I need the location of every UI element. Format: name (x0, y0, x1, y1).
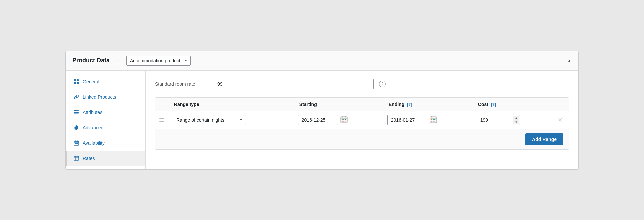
standard-room-rate-input[interactable] (214, 79, 374, 89)
cost-cell: ▲ ▼ (473, 111, 552, 129)
sidebar-item-availability[interactable]: Availability (66, 135, 145, 151)
range-type-cell: Range of certain nightsRange of datesSpe… (169, 111, 294, 129)
svg-rect-6 (74, 113, 79, 114)
title-dash: — (115, 57, 121, 64)
panel-title: Product Data (72, 57, 110, 64)
sidebar-label-linked-products: Linked Products (83, 94, 116, 100)
svg-rect-4 (74, 110, 79, 111)
col-cost: Cost [?] (473, 98, 552, 111)
cost-help-badge[interactable]: [?] (491, 102, 496, 107)
svg-rect-22 (434, 119, 435, 120)
svg-rect-11 (74, 156, 79, 160)
collapse-icon[interactable]: ▲ (567, 58, 572, 63)
svg-rect-10 (77, 143, 78, 144)
svg-rect-20 (431, 119, 432, 120)
grid-icon (73, 79, 79, 85)
panel-header: Product Data — Accommodation product ▲ (66, 51, 578, 71)
svg-rect-14 (343, 119, 344, 120)
sidebar-label-availability: Availability (83, 140, 105, 146)
cost-spin-up[interactable]: ▲ (513, 116, 519, 120)
main-content: Standard room rate ? Range type (146, 71, 578, 169)
starting-calendar-icon[interactable] (340, 115, 348, 124)
svg-rect-1 (77, 79, 79, 81)
sidebar-label-general: General (83, 79, 99, 84)
table-footer: Add Range (155, 129, 569, 149)
table-row: Range of certain nightsRange of datesSpe… (155, 111, 569, 129)
link-icon (73, 94, 79, 100)
range-type-select[interactable]: Range of certain nightsRange of datesSpe… (173, 115, 246, 125)
header-left: Product Data — Accommodation product (72, 56, 191, 66)
svg-rect-8 (75, 143, 76, 144)
sidebar: General Linked Products (66, 71, 146, 169)
svg-rect-25 (434, 121, 435, 122)
list-icon (73, 109, 79, 115)
sidebar-label-advanced: Advanced (83, 125, 103, 130)
availability-calendar-icon (73, 140, 79, 146)
product-data-panel: Product Data — Accommodation product ▲ G… (65, 51, 579, 170)
col-starting: Starting (294, 98, 383, 111)
ending-help-badge[interactable]: [?] (407, 102, 412, 107)
svg-rect-15 (345, 119, 346, 120)
starting-date-input[interactable] (298, 115, 338, 125)
svg-rect-5 (74, 112, 79, 113)
svg-rect-3 (77, 82, 79, 84)
sidebar-item-general[interactable]: General (66, 74, 145, 89)
panel-body: General Linked Products (66, 71, 578, 169)
cost-spin-down[interactable]: ▼ (513, 120, 519, 124)
ending-cell (383, 111, 473, 129)
table-icon (73, 155, 79, 161)
standard-room-rate-row: Standard room rate ? (155, 79, 569, 89)
ranges-table: Range type Starting Ending [?] Cost (155, 98, 569, 129)
sidebar-item-linked-products[interactable]: Linked Products (66, 89, 145, 105)
starting-cell (294, 111, 383, 129)
svg-rect-21 (433, 119, 434, 120)
gear-icon (73, 125, 79, 131)
svg-rect-2 (74, 82, 76, 84)
svg-rect-24 (433, 121, 434, 122)
ending-calendar-icon[interactable] (429, 115, 437, 124)
col-drag (155, 98, 169, 111)
product-type-select[interactable]: Accommodation product (126, 56, 191, 66)
svg-rect-16 (342, 121, 343, 122)
svg-rect-23 (431, 121, 432, 122)
sidebar-item-advanced[interactable]: Advanced (66, 120, 145, 135)
sidebar-label-rates: Rates (83, 156, 95, 161)
svg-rect-9 (76, 143, 77, 144)
drag-handle[interactable] (159, 118, 165, 122)
ranges-table-container: Range type Starting Ending [?] Cost (155, 97, 569, 150)
sidebar-item-rates[interactable]: Rates (66, 151, 145, 166)
remove-row-button[interactable]: ✕ (556, 117, 565, 123)
drag-cell (155, 111, 169, 129)
table-header-row: Range type Starting Ending [?] Cost (155, 98, 569, 111)
svg-rect-18 (345, 121, 346, 122)
sidebar-item-attributes[interactable]: Attributes (66, 105, 145, 120)
col-range-type: Range type (169, 98, 294, 111)
ending-date-input[interactable] (387, 115, 427, 125)
remove-cell: ✕ (552, 111, 569, 129)
svg-rect-0 (74, 79, 76, 81)
standard-room-rate-label: Standard room rate (155, 81, 208, 87)
col-remove (552, 98, 569, 111)
add-range-button[interactable]: Add Range (525, 133, 563, 145)
col-ending: Ending [?] (383, 98, 473, 111)
cost-spin-buttons: ▲ ▼ (513, 116, 519, 124)
svg-rect-17 (343, 121, 344, 122)
svg-rect-13 (342, 119, 343, 120)
sidebar-label-attributes: Attributes (83, 110, 102, 115)
standard-room-rate-help-icon[interactable]: ? (379, 81, 386, 87)
